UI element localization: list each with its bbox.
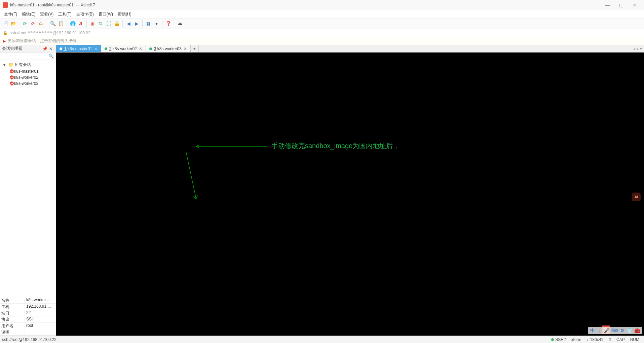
tab-close-icon[interactable]: ✕: [139, 46, 142, 51]
globe-icon[interactable]: 🌐: [70, 21, 76, 27]
session-icon: [9, 69, 14, 74]
ime-gear-icon[interactable]: ⚙: [620, 328, 624, 333]
status-term: xterm: [569, 337, 584, 342]
menu-tabs[interactable]: 选项卡(B): [74, 11, 96, 18]
flag-icon: ▶: [3, 39, 6, 43]
annotation-text: 手动修改完sandbox_image为国内地址后，: [271, 141, 400, 150]
back-icon[interactable]: ◀: [125, 21, 131, 27]
tab-close-icon[interactable]: ✕: [184, 46, 187, 51]
status-left: ssh://root@192.168.91.100:22: [2, 337, 548, 342]
svg-point-1: [10, 75, 14, 79]
menu-window[interactable]: 窗口(W): [97, 11, 115, 18]
content-column: 1 k8s-master01 ✕ 2 k8s-worker02 ✕ 3 k8s-…: [56, 45, 644, 336]
status-cap: CAP: [614, 337, 628, 342]
status-dot-icon: [60, 47, 62, 50]
separator: [86, 20, 87, 27]
prop-row: 主机192.168.91....: [0, 304, 56, 310]
prop-row: 协议SSH: [0, 316, 56, 323]
session-manager-close-icon[interactable]: ✕: [48, 46, 54, 51]
session-manager-header: 会话管理器 📌 ✕: [0, 45, 56, 53]
close-button[interactable]: ✕: [628, 0, 641, 10]
titlebar: k8s-master01 - root@k8s-master01:~ - Xsh…: [0, 0, 644, 10]
addressbar: 🔒 ssh://root:****************@192.168.91…: [0, 29, 644, 37]
status-other: ⎙: [606, 337, 614, 342]
prop-row: 说明: [0, 329, 56, 336]
led-icon: [551, 338, 554, 341]
separator: [19, 20, 19, 27]
session-label: k8s-worker02: [14, 75, 38, 80]
new-session-icon[interactable]: 📄: [2, 21, 8, 27]
session-manager-title: 会话管理器: [2, 46, 42, 52]
menu-file[interactable]: 文件(F): [2, 11, 19, 18]
app-icon: [3, 2, 8, 8]
annotation-arrow-icon: [186, 151, 199, 202]
tab-prev-icon[interactable]: ◂: [633, 46, 635, 51]
session-tree[interactable]: ▾ 📁 所有会话 k8s-master01 k8s-worker02 k8s-w…: [0, 60, 56, 297]
session-manager-pin-icon[interactable]: 📌: [42, 46, 48, 51]
session-item[interactable]: k8s-worker02: [0, 74, 56, 80]
ime-keyboard-icon[interactable]: ⌨: [611, 328, 618, 333]
ime-skin-icon[interactable]: 👕: [627, 328, 632, 333]
svg-point-0: [10, 69, 14, 73]
separator: [174, 20, 174, 27]
separator: [162, 20, 162, 27]
xftp-icon[interactable]: ⇅: [98, 21, 104, 27]
prop-row: 名称k8s-worker...: [0, 297, 56, 304]
toolbar: 📄 📂 ⟳ ⊘ 🗂 🔍 📋 🌐 A ◉ ⇅ ⛶ 🔒 ◀ ▶ ▦ ▾ ❓ ⏏: [0, 18, 644, 29]
collapse-icon[interactable]: ▾: [3, 63, 7, 67]
status-ssh: SSH2: [548, 337, 568, 342]
ime-strip[interactable]: 中 ， 🎤 ⌨ ⚙ 👕 🧰: [588, 327, 642, 334]
folder-icon: 📁: [8, 62, 13, 67]
statusbar: ssh://root@192.168.91.100:22 SSH2 xterm …: [0, 336, 644, 343]
reconnect-icon[interactable]: ⟳: [22, 21, 28, 27]
tree-root-label: 所有会话: [15, 62, 31, 68]
expand-icon[interactable]: ⛶: [106, 21, 112, 27]
open-icon[interactable]: 📂: [10, 21, 16, 27]
disconnect-icon[interactable]: ⊘: [30, 21, 36, 27]
menu-tools[interactable]: 工具(T): [56, 11, 73, 18]
layout-icon[interactable]: ▦: [145, 21, 151, 27]
search-icon[interactable]: 🔍: [50, 21, 56, 27]
properties-icon[interactable]: 🗂: [38, 21, 44, 27]
menu-view[interactable]: 查看(V): [38, 11, 55, 18]
tab-next-icon[interactable]: ▸: [637, 46, 639, 51]
tab-k8s-worker03[interactable]: 3 k8s-worker03 ✕: [146, 45, 191, 52]
tree-root[interactable]: ▾ 📁 所有会话: [0, 61, 56, 68]
ime-mic-icon[interactable]: 🎤: [604, 328, 609, 333]
session-item[interactable]: k8s-master01: [0, 68, 56, 74]
tab-add-button[interactable]: +: [191, 45, 199, 52]
status-num: NUM: [628, 337, 642, 342]
eject-icon[interactable]: ⏏: [177, 21, 183, 27]
ime-lang[interactable]: 中: [590, 328, 595, 334]
lock-icon[interactable]: 🔒: [114, 21, 120, 27]
terminal[interactable]: 手动修改完sandbox_image为国内地址后， AI CSDN @鹤衣IUM: [56, 53, 644, 336]
font-icon[interactable]: A: [78, 21, 84, 27]
session-search-row: 🔍: [0, 53, 56, 60]
prop-row: 用户名root: [0, 323, 56, 329]
session-icon[interactable]: ◉: [89, 21, 96, 27]
address-text[interactable]: ssh://root:****************@192.168.91.1…: [10, 31, 90, 35]
menubar: 文件(F) 编辑(E) 查看(V) 工具(T) 选项卡(B) 窗口(W) 帮助(…: [0, 10, 644, 18]
session-item[interactable]: k8s-worker03: [0, 80, 56, 87]
menu-edit[interactable]: 编辑(E): [20, 11, 37, 18]
separator: [122, 20, 123, 27]
tab-k8s-worker02[interactable]: 2 k8s-worker02 ✕: [101, 45, 146, 52]
tab-k8s-master01[interactable]: 1 k8s-master01 ✕: [56, 45, 101, 52]
svg-point-2: [10, 81, 14, 85]
menu-help[interactable]: 帮助(H): [116, 11, 134, 18]
minimize-button[interactable]: —: [601, 0, 614, 10]
forward-icon[interactable]: ▶: [134, 21, 140, 27]
status-size: ↕ 186x41: [584, 337, 606, 342]
help-icon[interactable]: ❓: [165, 21, 171, 27]
copy-icon[interactable]: 📋: [58, 21, 64, 27]
dropdown-icon[interactable]: ▾: [153, 21, 159, 27]
tabs-nav: ◂ ▸ ▾: [631, 45, 644, 52]
tab-list-icon[interactable]: ▾: [640, 46, 642, 51]
tab-close-icon[interactable]: ✕: [94, 46, 98, 51]
maximize-button[interactable]: ▢: [614, 0, 628, 10]
separator: [67, 20, 67, 27]
ime-punct[interactable]: ，: [597, 328, 602, 334]
ime-toolbox-icon[interactable]: 🧰: [634, 328, 640, 333]
svg-line-4: [186, 151, 196, 199]
search-icon[interactable]: 🔍: [48, 54, 54, 59]
